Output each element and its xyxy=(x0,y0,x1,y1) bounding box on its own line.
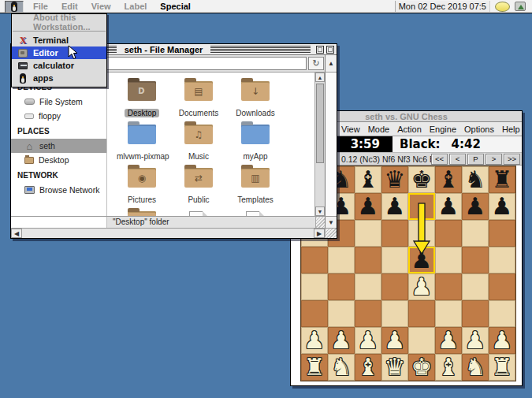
sidebar-item-browse-network[interactable]: Browse Network xyxy=(11,183,106,197)
square-a2[interactable]: ♟ xyxy=(301,327,328,354)
sidebar-item-seth[interactable]: ⌂seth xyxy=(11,139,106,153)
square-g8[interactable]: ♞ xyxy=(462,166,489,193)
square-a4[interactable] xyxy=(301,273,328,300)
square-d2[interactable]: ♟ xyxy=(381,327,408,354)
square-b3[interactable] xyxy=(328,300,355,327)
scrollbar-thumb[interactable] xyxy=(316,84,324,163)
square-b5[interactable] xyxy=(328,247,355,273)
sidebar-item-desktop[interactable]: Desktop xyxy=(11,153,106,167)
square-f5[interactable] xyxy=(435,247,462,273)
scroll-down-icon[interactable]: ▼ xyxy=(315,206,325,216)
horizontal-scrollbar[interactable]: ◀ ▶ xyxy=(11,228,337,238)
square-e8[interactable]: ♚ xyxy=(408,166,435,193)
folder-documents[interactable]: ▤Documents xyxy=(170,80,227,123)
screenshot-tray-icon[interactable] xyxy=(515,2,526,11)
square-f2[interactable]: ♟ xyxy=(435,327,462,354)
tux-logo-icon[interactable] xyxy=(5,1,24,13)
folder-music[interactable]: ♫Music xyxy=(170,123,227,166)
square-h5[interactable] xyxy=(489,247,515,273)
square-d4[interactable] xyxy=(381,273,408,300)
square-c6[interactable] xyxy=(355,220,381,247)
forward-button[interactable]: > xyxy=(485,154,502,165)
menu-special[interactable]: Special xyxy=(160,2,191,11)
square-e4[interactable]: ♟ xyxy=(408,273,435,300)
icon-view-scrollbar[interactable]: ▲ ▼ xyxy=(314,73,325,216)
square-e3[interactable] xyxy=(408,300,435,327)
window-scroll-track[interactable] xyxy=(325,73,337,216)
square-h3[interactable] xyxy=(489,300,515,327)
menu-item-editor[interactable]: Editor xyxy=(12,46,106,59)
scroll-up-icon[interactable]: ▲ xyxy=(325,55,337,72)
square-g4[interactable] xyxy=(462,273,489,300)
square-d5[interactable] xyxy=(381,247,408,273)
folder-mlvwm-pixmap[interactable]: mlvwm-pixmap xyxy=(113,123,170,166)
folder-templates[interactable]: ▥Templates xyxy=(227,166,284,210)
square-d8[interactable]: ♛ xyxy=(381,166,408,193)
square-a5[interactable] xyxy=(301,247,328,273)
square-c5[interactable] xyxy=(355,247,381,273)
scroll-up-icon[interactable]: ▲ xyxy=(315,73,325,82)
square-e2[interactable] xyxy=(408,327,435,354)
chess-menu-action[interactable]: Action xyxy=(397,125,422,134)
square-h2[interactable]: ♟ xyxy=(489,327,515,354)
maximize-button[interactable] xyxy=(326,46,334,54)
menu-item-apps[interactable]: apps xyxy=(12,72,106,84)
chess-menu-help[interactable]: Help xyxy=(502,125,520,134)
square-b4[interactable] xyxy=(328,273,355,300)
scroll-right-icon[interactable]: ▶ xyxy=(314,229,325,238)
menu-item-calculator[interactable]: calculator xyxy=(12,59,106,72)
square-e6[interactable] xyxy=(408,220,435,247)
square-d7[interactable]: ♟ xyxy=(381,193,408,220)
square-b2[interactable]: ♟ xyxy=(328,327,355,354)
file-partial[interactable] xyxy=(170,210,227,216)
square-c7[interactable]: ♟ xyxy=(355,193,381,220)
shade-button[interactable] xyxy=(316,46,324,54)
folder-myapp[interactable]: myApp xyxy=(227,123,284,166)
yellow-indicator-icon[interactable] xyxy=(495,2,510,12)
square-f4[interactable] xyxy=(435,273,462,300)
chess-menu-view[interactable]: View xyxy=(341,125,360,134)
square-f6[interactable] xyxy=(435,220,462,247)
square-h4[interactable] xyxy=(489,273,515,300)
square-c1[interactable]: ♝ xyxy=(355,354,381,381)
menu-label[interactable]: Label xyxy=(125,2,147,11)
menu-file[interactable]: File xyxy=(33,2,48,11)
square-h6[interactable] xyxy=(489,220,515,247)
scrollbar-track[interactable] xyxy=(315,82,325,206)
chess-menu-options[interactable]: Options xyxy=(464,125,494,134)
menu-item-terminal[interactable]: XTerminal xyxy=(12,34,106,46)
file-partial[interactable] xyxy=(227,210,284,216)
folder-public[interactable]: ⇄Public xyxy=(170,166,227,210)
icon-view[interactable]: DDesktop▤Documents↓Downloadsmlvwm-pixmap… xyxy=(107,73,314,216)
square-a3[interactable] xyxy=(301,300,328,327)
square-h7[interactable]: ♟ xyxy=(489,193,515,220)
square-d6[interactable] xyxy=(381,220,408,247)
square-e7[interactable] xyxy=(408,193,435,220)
square-d3[interactable] xyxy=(381,300,408,327)
square-f3[interactable] xyxy=(435,300,462,327)
menu-view[interactable]: View xyxy=(91,2,111,11)
refresh-icon[interactable]: ↻ xyxy=(308,57,324,70)
square-g7[interactable]: ♟ xyxy=(462,193,489,220)
square-c8[interactable]: ♝ xyxy=(355,166,381,193)
corner-resize-grip[interactable] xyxy=(325,229,337,238)
rewind-start-button[interactable]: << xyxy=(431,154,448,165)
scroll-down-icon[interactable]: ▼ xyxy=(325,217,337,228)
chess-menu-engine[interactable]: Engine xyxy=(430,125,456,134)
square-g3[interactable] xyxy=(462,300,489,327)
sidebar-item-floppy[interactable]: floppy xyxy=(11,109,106,123)
square-g5[interactable] xyxy=(462,247,489,273)
folder-downloads[interactable]: ↓Downloads xyxy=(227,80,284,123)
square-c4[interactable] xyxy=(355,273,381,300)
square-f1[interactable]: ♝ xyxy=(435,354,462,381)
menu-item-about-this-workstation-[interactable]: About this Workstation... xyxy=(12,16,106,28)
square-g6[interactable] xyxy=(462,220,489,247)
pause-button[interactable]: P xyxy=(467,154,484,165)
square-g2[interactable]: ♟ xyxy=(462,327,489,354)
sidebar-item-file-system[interactable]: File System xyxy=(11,95,106,109)
square-c2[interactable]: ♟ xyxy=(355,327,381,354)
folder-partial[interactable] xyxy=(113,210,170,216)
resize-grip[interactable] xyxy=(315,217,325,228)
scroll-left-icon[interactable]: ◀ xyxy=(11,229,22,238)
square-e5[interactable]: ♟ xyxy=(408,247,435,273)
